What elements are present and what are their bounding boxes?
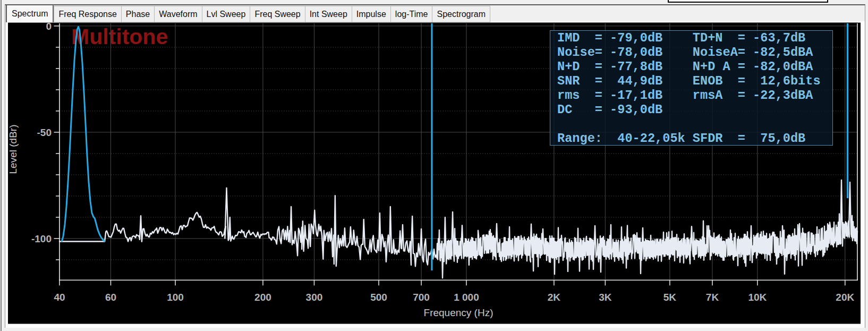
tab-freq-response[interactable]: Freq Response [54,6,121,22]
x-tick-label: 5K [663,292,677,303]
tab-waveform[interactable]: Waveform [155,6,202,22]
y-axis-title: Level (dBr) [7,125,19,174]
x-tick-label: 700 [413,292,430,303]
x-tick-label: 2K [548,292,561,303]
tab-label: Waveform [159,10,197,19]
tab-spectrogram[interactable]: Spectrogram [432,6,490,22]
tab-label: log-Time [395,10,428,19]
x-tick-label: 500 [370,292,387,303]
tab-label: Lvl Sweep [207,10,246,19]
tab-freq-sweep[interactable]: Freq Sweep [250,6,305,22]
stats-row: SNR = 44,9dB ENOB = 12,6bits [557,74,832,88]
tab-log-time[interactable]: log-Time [391,6,433,22]
tab-impulse[interactable]: Impulse [352,6,391,22]
y-tick-label: 0 [46,21,52,32]
tab-label: Spectrum [12,9,48,19]
tab-label: Impulse [356,10,386,19]
stats-row: DC = -93,0dB [557,103,832,117]
stats-row [557,117,832,131]
x-tick-label: 3K [599,292,612,303]
y-tick-label: -100 [31,233,52,244]
tab-int-sweep[interactable]: Int Sweep [305,6,352,22]
x-tick-label: 20K [836,292,854,303]
tab-label: Spectrogram [437,10,486,19]
stats-row: rms = -17,1dB rmsA = -22,3dBA [557,88,832,103]
stats-row: Range: 40-22,05k SFDR = 75,0dB [557,131,832,146]
tab-label: Int Sweep [310,10,347,19]
tab-spectrum[interactable]: Spectrum [6,4,54,22]
x-tick-label: 7K [706,292,719,303]
x-tick-label: 200 [254,292,271,303]
x-tick-label: 100 [167,292,184,303]
stats-row: IMD = -79,0dB TD+N = -63,7dB [557,31,832,45]
stats-row: N+D = -77,8dB N+D A = -82,0dBA [557,60,832,74]
tab-bar: SpectrumFreq ResponsePhaseWaveformLvl Sw… [6,4,490,22]
analyzer-window: {"window":{"app_context":"audio-analyzer… [0,0,868,331]
watermark-text: Multitone [71,24,168,49]
x-tick-label: 300 [306,292,323,303]
tab-label: Freq Sweep [254,10,300,19]
tab-label: Phase [126,10,150,19]
x-axis-title: Frequency (Hz) [424,307,493,318]
stats-row: Noise= -78,0dB NoiseA= -82,5dBA [557,45,832,60]
tab-label: Freq Response [58,10,116,19]
tab-lvl-sweep[interactable]: Lvl Sweep [202,6,251,22]
tab-phase[interactable]: Phase [122,6,155,22]
x-tick-label: 1 000 [454,292,479,303]
x-tick-label: 60 [105,292,116,303]
y-tick-label: -50 [37,127,52,138]
x-tick-label: 10K [748,292,767,303]
x-tick-label: 40 [54,292,65,303]
measurement-stats-overlay: IMD = -79,0dB TD+N = -63,7dBNoise= -78,0… [550,30,833,146]
